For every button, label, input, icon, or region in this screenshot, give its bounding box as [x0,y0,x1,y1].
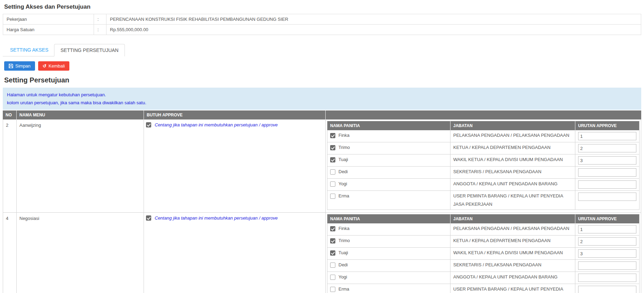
panitia-name-cell: Finka [327,130,450,142]
approve-hint-text: Centang jika tahapan ini membutuhkan per… [155,122,278,127]
table-row: Pekerjaan : PERENCANAAN KONSTRUKSI FISIK… [3,14,641,25]
info-note-line: Halaman untuk mengatur kebutuhan persetu… [7,91,637,99]
panitia-name-cell: Trimo [327,142,450,154]
urutan-approve-input[interactable] [578,225,636,233]
jabatan-cell: USER PEMINTA BARANG / KEPALA UNIT PENYED… [450,284,575,293]
column-header-urutan-approve: URUTAN APPROVE [575,214,639,223]
tab-setting-persetujuan[interactable]: SETTING PERSETUJUAN [54,44,124,56]
panitia-name-cell: Yogi [327,272,450,284]
panitia-name: Trimo [338,143,350,152]
butuh-approve-checkbox[interactable] [146,215,151,221]
panitia-row: Finka PELAKSANA PENGADAAN / PELAKSANA PE… [327,223,639,236]
panitia-row: Trimo KETUA / KEPALA DEPARTEMEN PENGADAA… [327,236,639,248]
menu-no: 2 [3,119,17,213]
panitia-checkbox[interactable] [330,287,335,292]
panitia-name-cell: Tuaji [327,154,450,167]
panitia-row: Tuaji WAKIL KETUA / KEPALA DIVISI UMUM P… [327,154,639,167]
panitia-name-cell: Dedi [327,167,450,179]
urutan-cell [575,130,639,142]
panitia-checkbox[interactable] [330,226,335,231]
urutan-approve-input[interactable] [578,261,636,270]
approval-table: NO NAMA MENU BUTUH APPROVE 2 Aanwijzing … [3,110,641,293]
panitia-name: Erma [338,285,349,293]
jabatan-cell: PELAKSANA PENGADAAN / PELAKSANA PENGADAA… [450,223,575,236]
panitia-name: Dedi [338,168,348,176]
save-button[interactable]: Simpan [4,61,35,71]
back-button[interactable]: ↺ Kembali [38,61,69,71]
butuh-approve-cell: Centang jika tahapan ini membutuhkan per… [144,119,326,213]
jabatan-cell: SEKRETARIS / PELAKSANA PENGADAAN [450,167,575,179]
jabatan-cell: PELAKSANA PENGADAAN / PELAKSANA PENGADAA… [450,130,575,142]
panitia-row: Yogi ANGGOTA / KEPALA UNIT PENGADAAN BAR… [327,272,639,284]
pekerjaan-label: Pekerjaan [3,14,94,25]
panitia-row: Yogi ANGGOTA / KEPALA UNIT PENGADAAN BAR… [327,179,639,191]
panitia-header-row: NAMA PANITIA JABATAN URUTAN APPROVE [327,214,639,223]
panitia-checkbox[interactable] [330,275,335,280]
panitia-rows: Finka PELAKSANA PENGADAAN / PELAKSANA PE… [327,130,639,210]
urutan-cell [575,167,639,179]
panitia-checkbox[interactable] [330,263,335,268]
panitia-checkbox[interactable] [330,157,335,162]
jabatan-cell: WAKIL KETUA / KEPALA DIVISI UMUM PENGADA… [450,248,575,260]
column-header-nama-panitia: NAMA PANITIA [327,121,450,130]
save-button-label: Simpan [15,63,31,69]
panitia-row: Erma USER PEMINTA BARANG / KEPALA UNIT P… [327,191,639,210]
panitia-row: Dedi SEKRETARIS / PELAKSANA PENGADAAN [327,260,639,272]
panitia-name-cell: Finka [327,223,450,236]
urutan-cell [575,191,639,210]
urutan-cell [575,260,639,272]
harga-satuan-label: Harga Satuan [3,25,94,35]
urutan-approve-input[interactable] [578,286,636,293]
panitia-name: Finka [338,131,350,140]
jabatan-cell: ANGGOTA / KEPALA UNIT PENGADAAN BARANG [450,179,575,191]
tab-setting-akses[interactable]: SETTING AKSES [4,44,54,56]
panitia-rows: Finka PELAKSANA PENGADAAN / PELAKSANA PE… [327,223,639,293]
panitia-name: Tuaji [338,156,348,164]
column-header-blank [326,110,641,119]
urutan-approve-input[interactable] [578,274,636,282]
urutan-approve-input[interactable] [578,237,636,246]
column-header-nama-panitia: NAMA PANITIA [327,214,450,223]
panitia-checkbox[interactable] [330,250,335,256]
panitia-checkbox[interactable] [330,145,335,150]
undo-icon: ↺ [43,64,46,68]
panitia-checkbox[interactable] [330,194,335,199]
harga-satuan-value: Rp.555,000,000.00 [106,25,641,35]
panitia-name-cell: Trimo [327,236,450,248]
panitia-name-cell: Yogi [327,179,450,191]
panitia-checkbox[interactable] [330,238,335,243]
panitia-name: Tuaji [338,249,348,257]
panitia-checkbox[interactable] [330,181,335,187]
urutan-approve-input[interactable] [578,180,636,189]
panitia-name-cell: Erma [327,191,450,210]
urutan-cell [575,179,639,191]
separator: : [94,25,106,35]
urutan-cell [575,272,639,284]
panitia-checkbox[interactable] [330,169,335,175]
urutan-approve-input[interactable] [578,193,636,201]
panitia-name: Dedi [338,261,348,269]
table-row: Harga Satuan : Rp.555,000,000.00 [3,25,641,35]
panitia-checkbox[interactable] [330,133,335,138]
panitia-name-cell: Tuaji [327,248,450,260]
urutan-approve-input[interactable] [578,156,636,165]
urutan-cell [575,236,639,248]
separator: : [94,14,106,25]
column-header-nama-menu: NAMA MENU [17,110,144,119]
panitia-name: Yogi [338,180,347,188]
menu-name: Aanwijzing [17,119,144,213]
panitia-name-cell: Erma [327,284,450,293]
butuh-approve-checkbox[interactable] [146,122,151,127]
urutan-approve-input[interactable] [578,249,636,258]
approval-table-header-row: NO NAMA MENU BUTUH APPROVE [3,110,641,119]
column-header-jabatan: JABATAN [450,121,575,130]
jabatan-cell: SEKRETARIS / PELAKSANA PENGADAAN [450,260,575,272]
panitia-name: Yogi [338,273,347,281]
info-note-line: kolom urutan persetujuan, jika sama maka… [7,99,637,107]
panitia-cell: NAMA PANITIA JABATAN URUTAN APPROVE Fink… [326,119,641,213]
urutan-approve-input[interactable] [578,144,636,152]
top-toolbar: Simpan ↺ Kembali [3,61,641,71]
urutan-approve-input[interactable] [578,132,636,140]
back-button-label: Kembali [49,63,65,69]
urutan-approve-input[interactable] [578,168,636,177]
